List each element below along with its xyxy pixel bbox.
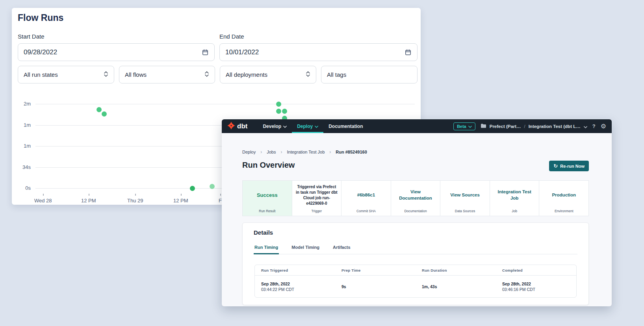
end-date-value[interactable] — [225, 48, 405, 56]
path-separator: / — [524, 124, 525, 129]
details-title: Details — [254, 229, 273, 236]
end-date-input[interactable] — [219, 43, 418, 61]
breadcrumb-deploy[interactable]: Deploy — [242, 150, 256, 154]
run-summary-strip: Success Run Result Triggered via Prefect… — [242, 180, 589, 216]
start-date-value[interactable] — [24, 48, 202, 56]
scatter-point[interactable] — [276, 102, 281, 107]
updown-chevron-icon — [204, 71, 209, 78]
breadcrumb-separator: › — [260, 149, 262, 155]
summary-cell-documentation: View Documentation Documentation — [391, 181, 440, 216]
cell-prep-time: 9s — [335, 284, 416, 289]
flows-select-value: All flows — [125, 71, 147, 78]
x-axis-tick-label: 12 PM — [165, 198, 197, 204]
run-timing-table: Run Triggered Prep Time Run Duration Com… — [254, 265, 577, 298]
chevron-down-icon — [468, 124, 472, 129]
y-axis-tick-label: 1m — [12, 143, 31, 149]
dbt-navbar: dbt Develop Deploy Documentation Beta Pr… — [222, 119, 612, 133]
column-header-prep-time: Prep Time — [335, 268, 416, 272]
scatter-point[interactable] — [97, 107, 102, 112]
cell-run-duration: 1m, 43s — [416, 284, 496, 289]
job-link[interactable]: Integration Test Job — [493, 189, 536, 201]
dbt-nav-right: Beta Prefect (Part… / Integration Test (… — [453, 122, 606, 130]
breadcrumb: Deploy › Jobs › Integration Test Job › R… — [242, 149, 367, 155]
environment-link[interactable]: Production — [552, 192, 576, 198]
flows-select[interactable]: All flows — [119, 66, 215, 83]
summary-cell-trigger: Triggered via Prefect in task run Trigge… — [292, 181, 341, 216]
refresh-icon: ↻ — [553, 163, 558, 169]
flow-runs-title: Flow Runs — [18, 13, 63, 23]
deployments-select-value: All deployments — [226, 71, 267, 78]
x-axis-tick — [89, 194, 89, 196]
tab-model-timing[interactable]: Model Timing — [291, 242, 320, 254]
project-name: Prefect (Part… — [490, 124, 521, 129]
dbt-nav-links: Develop Deploy Documentation — [258, 119, 368, 133]
x-axis-tick — [43, 194, 44, 196]
scatter-point[interactable] — [282, 109, 287, 114]
run-overview-title: Run Overview — [242, 161, 295, 170]
dbt-logo-text: dbt — [237, 122, 247, 130]
column-header-completed: Completed — [496, 268, 576, 272]
tab-run-timing[interactable]: Run Timing — [254, 242, 279, 254]
details-card: Details Run Timing Model Timing Artifact… — [242, 222, 589, 305]
table-header-row: Run Triggered Prep Time Run Duration Com… — [255, 265, 576, 276]
dbt-logo[interactable]: dbt — [227, 122, 247, 131]
y-axis-tick-label: 34s — [12, 164, 31, 170]
x-axis-tick-label: 12 PM — [73, 198, 104, 204]
summary-cell-environment: Production Environment — [539, 181, 588, 216]
scatter-point[interactable] — [190, 186, 195, 191]
updown-chevron-icon — [104, 71, 108, 78]
deployments-select[interactable]: All deployments — [220, 66, 316, 83]
x-axis-tick — [220, 194, 221, 196]
table-row: Sep 28th, 2022 03:44:22 PM CDT 9s 1m, 43… — [255, 276, 576, 297]
help-icon[interactable]: ? — [592, 123, 596, 129]
scatter-point[interactable] — [102, 111, 107, 117]
beta-dropdown[interactable]: Beta — [453, 122, 475, 130]
calendar-icon[interactable] — [202, 49, 209, 56]
x-axis-tick — [181, 194, 182, 196]
chart-gridline — [35, 104, 415, 104]
nav-item-documentation[interactable]: Documentation — [323, 119, 368, 133]
tab-artifacts[interactable]: Artifacts — [332, 242, 351, 254]
column-header-run-duration: Run Duration — [416, 268, 496, 272]
details-tabs: Run Timing Model Timing Artifacts — [254, 242, 577, 254]
breadcrumb-jobs[interactable]: Jobs — [267, 150, 276, 154]
project-environment-selector[interactable]: Prefect (Part… / Integration Test (dbt L… — [481, 123, 587, 130]
folder-icon — [481, 123, 486, 130]
column-header-run-triggered: Run Triggered — [255, 268, 335, 272]
x-axis-tick-label: Wed 28 — [27, 198, 59, 204]
status-badge: Success — [257, 192, 278, 198]
nav-item-develop[interactable]: Develop — [258, 119, 292, 133]
rerun-now-button[interactable]: ↻ Re-run Now — [549, 161, 589, 171]
start-date-input[interactable] — [18, 43, 215, 61]
nav-item-deploy[interactable]: Deploy — [292, 119, 323, 133]
commit-sha-link[interactable]: #6b86c1 — [357, 192, 375, 198]
summary-cell-commit-sha: #6b86c1 Commit SHA — [341, 181, 391, 216]
scatter-point[interactable] — [210, 184, 215, 189]
summary-cell-run-result: Success Run Result — [243, 181, 292, 216]
dbt-logo-icon — [227, 122, 235, 131]
dbt-cloud-window: dbt Develop Deploy Documentation Beta Pr… — [222, 119, 612, 306]
scatter-point[interactable] — [276, 109, 281, 114]
run-states-select[interactable]: All run states — [18, 66, 114, 83]
summary-cell-job: Integration Test Job Job — [490, 181, 539, 216]
calendar-icon[interactable] — [405, 49, 412, 56]
chevron-down-icon — [584, 123, 587, 130]
y-axis-tick-label: 1m — [12, 122, 31, 128]
start-date-label: Start Date — [18, 33, 45, 40]
cell-run-triggered: Sep 28th, 2022 03:44:22 PM CDT — [255, 282, 335, 292]
run-states-select-value: All run states — [24, 71, 58, 78]
x-axis-tick — [135, 194, 136, 196]
updown-chevron-icon — [306, 71, 310, 78]
chevron-down-icon — [283, 124, 287, 129]
breadcrumb-separator: › — [281, 149, 282, 155]
end-date-label: End Date — [219, 33, 244, 40]
gear-icon[interactable]: ⚙ — [601, 123, 606, 130]
view-documentation-link[interactable]: View Documentation — [394, 189, 437, 201]
summary-cell-data-sources: View Sources Data Sources — [440, 181, 490, 216]
tags-select-value: All tags — [327, 71, 346, 78]
tags-select[interactable]: All tags — [321, 66, 418, 83]
cell-completed: Sep 28th, 2022 03:46:16 PM CDT — [496, 282, 576, 292]
breadcrumb-integration-test-job[interactable]: Integration Test Job — [287, 150, 325, 154]
view-sources-link[interactable]: View Sources — [450, 192, 480, 198]
environment-name: Integration Test (dbt L… — [529, 124, 581, 129]
